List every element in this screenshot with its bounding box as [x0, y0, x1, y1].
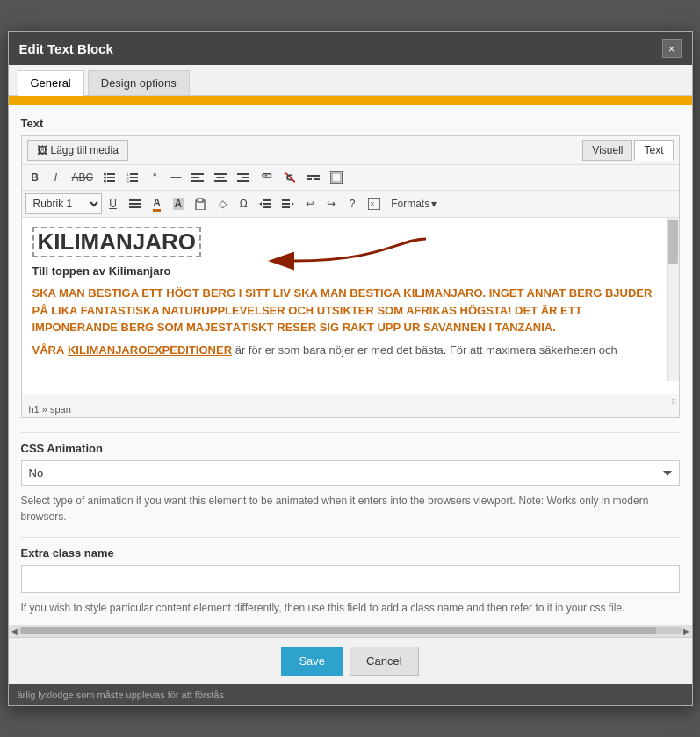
- underline-button[interactable]: U: [104, 194, 123, 213]
- editor-content[interactable]: KILIMANJARO Till toppen av Kilimanjaro S…: [22, 218, 679, 394]
- svg-rect-23: [307, 178, 312, 180]
- formats-label: Formats: [391, 198, 429, 210]
- formats-button[interactable]: Formats ▾: [386, 194, 441, 213]
- insert-link-button[interactable]: [256, 168, 278, 187]
- justify-button[interactable]: [125, 194, 146, 213]
- visual-view-button[interactable]: Visuell: [582, 140, 632, 161]
- modal-close-button[interactable]: ×: [662, 39, 682, 58]
- svg-rect-6: [130, 173, 138, 175]
- redo-button[interactable]: ↪: [321, 194, 341, 213]
- svg-rect-28: [129, 203, 141, 205]
- svg-rect-26: [332, 173, 341, 182]
- svg-rect-24: [314, 178, 320, 180]
- cancel-button[interactable]: Cancel: [350, 647, 418, 676]
- bold-button[interactable]: B: [25, 168, 45, 187]
- scroll-left-button[interactable]: ◀: [11, 626, 18, 636]
- add-media-label: Lägg till media: [51, 144, 119, 156]
- outdent-button[interactable]: [255, 194, 276, 213]
- svg-rect-16: [217, 177, 225, 178]
- align-left-button[interactable]: [187, 168, 208, 187]
- ordered-list-button[interactable]: 1.2.3.: [122, 168, 143, 187]
- horizontal-scrollbar[interactable]: ◀ ▶: [9, 625, 692, 637]
- last-line-orange-text: VÅRA: [32, 343, 65, 357]
- hr-button[interactable]: —: [166, 168, 185, 187]
- unlink-button[interactable]: [279, 168, 301, 187]
- media-icon: 🖼: [37, 144, 47, 156]
- omega-button[interactable]: Ω: [234, 194, 253, 213]
- svg-rect-36: [282, 199, 290, 201]
- text-view-button[interactable]: Text: [634, 140, 673, 161]
- h-scrollbar-track: [19, 627, 682, 634]
- scroll-right-button[interactable]: ▶: [683, 626, 690, 636]
- svg-rect-33: [263, 203, 271, 205]
- content-heading: KILIMANJARO: [32, 227, 202, 257]
- css-animation-section: CSS Animation No Fade In Slide In Select…: [21, 432, 680, 524]
- formats-chevron-icon: ▾: [431, 198, 437, 210]
- svg-point-5: [104, 180, 106, 183]
- align-center-button[interactable]: [210, 168, 231, 187]
- extra-class-label: Extra class name: [21, 546, 680, 560]
- content-last-line: VÅRA KILIMANJAROEXPEDITIONER är för er s…: [32, 343, 668, 357]
- svg-point-3: [104, 173, 106, 176]
- indent-button[interactable]: [278, 194, 299, 213]
- modal-title: Edit Text Block: [19, 41, 113, 56]
- svg-rect-13: [191, 177, 199, 178]
- view-toggle: Visuell Text: [582, 140, 673, 161]
- h-scrollbar-thumb[interactable]: [21, 627, 657, 634]
- help-button[interactable]: ?: [343, 194, 362, 213]
- fullscreen-button[interactable]: [326, 168, 347, 187]
- text-section-label: Text: [21, 117, 680, 130]
- unordered-list-button[interactable]: [99, 168, 120, 187]
- align-right-button[interactable]: [233, 168, 254, 187]
- strikethrough-button[interactable]: ABC: [68, 168, 98, 187]
- svg-point-4: [104, 177, 106, 179]
- editor-breadcrumb: h1 » span: [22, 401, 679, 417]
- editor-resize-handle[interactable]: ⠿: [22, 394, 679, 401]
- embed-button[interactable]: [364, 194, 385, 213]
- extra-class-divider: [21, 537, 680, 538]
- bottom-hint-text: ärlig lyxlodge som måste upplevas för at…: [9, 684, 692, 705]
- svg-rect-32: [263, 199, 271, 201]
- orange-accent-bar: [9, 96, 692, 105]
- content-orange-paragraph: SKA MAN BESTIGA ETT HÖGT BERG I SITT LIV…: [32, 285, 668, 336]
- extra-class-input[interactable]: [21, 565, 680, 593]
- heading-select[interactable]: Rubrik 1 Rubrik 2 Rubrik 3 Paragraph: [25, 193, 102, 214]
- css-animation-select[interactable]: No Fade In Slide In: [21, 460, 680, 486]
- bg-color-button[interactable]: A: [169, 194, 189, 213]
- modal-window: Edit Text Block × General Design options…: [8, 31, 693, 706]
- blockquote-button[interactable]: “: [145, 168, 164, 187]
- clear-formatting-button[interactable]: ◇: [213, 194, 232, 213]
- add-media-button[interactable]: 🖼 Lägg till media: [27, 140, 128, 161]
- undo-button[interactable]: ↩: [300, 194, 320, 213]
- scrollbar-thumb[interactable]: [668, 220, 678, 264]
- tab-design-options[interactable]: Design options: [88, 70, 190, 95]
- extra-class-help: If you wish to style particular content …: [21, 600, 680, 616]
- editor-container: 🖼 Lägg till media Visuell Text B I ABC 1…: [21, 135, 680, 418]
- save-button[interactable]: Save: [281, 647, 343, 676]
- kilimanjaroexpeditioner-link[interactable]: KILIMANJAROEXPEDITIONER: [68, 343, 232, 357]
- svg-text:3.: 3.: [127, 179, 130, 184]
- svg-rect-34: [263, 206, 271, 208]
- svg-rect-38: [282, 206, 290, 208]
- svg-rect-2: [107, 180, 115, 182]
- svg-rect-12: [191, 173, 204, 175]
- svg-rect-17: [214, 180, 227, 182]
- modal-body: Text 🖼 Lägg till media Visuell Text B I …: [9, 105, 692, 625]
- svg-marker-39: [292, 202, 294, 206]
- svg-rect-19: [242, 177, 249, 178]
- editor-toolbar-row2: Rubrik 1 Rubrik 2 Rubrik 3 Paragraph U A…: [22, 191, 679, 218]
- svg-rect-31: [198, 199, 203, 202]
- svg-rect-37: [282, 203, 290, 205]
- svg-rect-22: [307, 175, 320, 177]
- italic-button[interactable]: I: [47, 168, 66, 187]
- vertical-scrollbar[interactable]: [667, 218, 679, 381]
- tab-general[interactable]: General: [18, 70, 84, 96]
- insert-more-button[interactable]: [303, 168, 324, 187]
- paste-button[interactable]: [190, 194, 211, 213]
- svg-rect-27: [129, 199, 141, 201]
- svg-rect-18: [237, 173, 249, 175]
- content-subtitle: Till toppen av Kilimanjaro: [32, 264, 668, 278]
- svg-rect-7: [130, 177, 138, 178]
- font-color-button[interactable]: A: [148, 194, 167, 213]
- svg-rect-20: [237, 180, 249, 182]
